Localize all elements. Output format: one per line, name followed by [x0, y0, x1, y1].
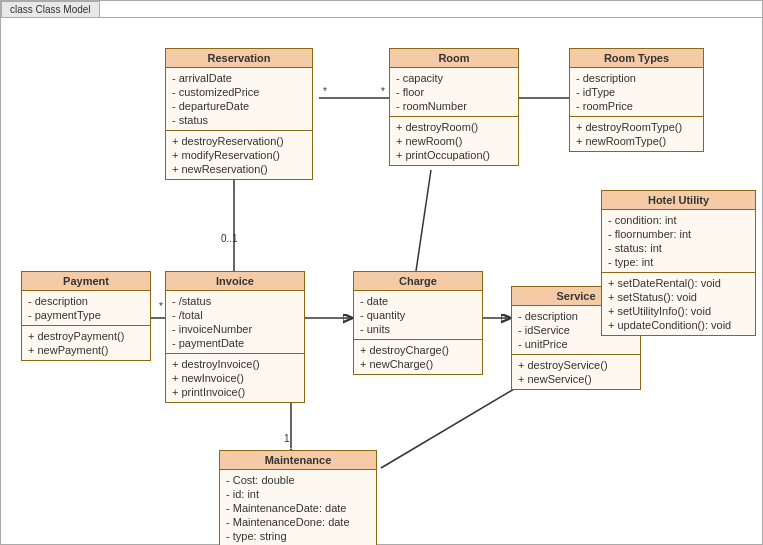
- class-roomtypes-attrs: description idType roomPrice: [570, 68, 703, 117]
- diagram-tab[interactable]: class Class Model: [1, 1, 100, 17]
- class-room-methods: destroyRoom() newRoom() printOccupation(…: [390, 117, 518, 165]
- class-payment: Payment description paymentType destroyP…: [21, 271, 151, 361]
- class-room-attrs: capacity floor roomNumber: [390, 68, 518, 117]
- class-hotelutility-header: Hotel Utility: [602, 191, 755, 210]
- class-maintenance-header: Maintenance: [220, 451, 376, 470]
- class-invoice-methods: destroyInvoice() newInvoice() printInvoi…: [166, 354, 304, 402]
- class-hotelutility-methods: setDateRental(): void setStatus(): void …: [602, 273, 755, 335]
- mult-room-res2: *: [381, 86, 385, 97]
- class-payment-attrs: description paymentType: [22, 291, 150, 326]
- diagram-canvas: class Class Model: [0, 0, 763, 545]
- mult-0-1: 0..1: [221, 233, 238, 244]
- class-maintenance: Maintenance Cost: double id: int Mainten…: [219, 450, 377, 545]
- class-service-methods: destroyService() newService(): [512, 355, 640, 389]
- class-charge-methods: destroyCharge() newCharge(): [354, 340, 482, 374]
- class-room: Room capacity floor roomNumber destroyRo…: [389, 48, 519, 166]
- mult-room-reservation: *: [323, 86, 327, 97]
- class-hotelutility: Hotel Utility condition: int floornumber…: [601, 190, 756, 336]
- tab-label: class Class Model: [10, 4, 91, 15]
- class-maintenance-attrs: Cost: double id: int MaintenanceDate: da…: [220, 470, 376, 545]
- class-roomtypes-methods: destroyRoomType() newRoomType(): [570, 117, 703, 151]
- svg-line-10: [416, 170, 431, 271]
- class-charge-header: Charge: [354, 272, 482, 291]
- class-reservation: Reservation arrivalDate customizedPrice …: [165, 48, 313, 180]
- class-payment-methods: destroyPayment() newPayment(): [22, 326, 150, 360]
- mult-invoice-payment: *: [159, 301, 163, 312]
- diagram-area: * * * 0..1 * * * * 1 1 1 Reservation arr…: [1, 17, 762, 544]
- class-invoice-attrs: /status /total invoiceNumber paymentDate: [166, 291, 304, 354]
- class-invoice: Invoice /status /total invoiceNumber pay…: [165, 271, 305, 403]
- mult-maint-1a: 1: [284, 433, 290, 444]
- class-roomtypes-header: Room Types: [570, 49, 703, 68]
- class-reservation-methods: destroyReservation() modifyReservation()…: [166, 131, 312, 179]
- class-invoice-header: Invoice: [166, 272, 304, 291]
- class-charge: Charge date quantity units destroyCharge…: [353, 271, 483, 375]
- class-reservation-header: Reservation: [166, 49, 312, 68]
- class-roomtypes: Room Types description idType roomPrice …: [569, 48, 704, 152]
- class-charge-attrs: date quantity units: [354, 291, 482, 340]
- class-reservation-attrs: arrivalDate customizedPrice departureDat…: [166, 68, 312, 131]
- class-hotelutility-attrs: condition: int floornumber: int status: …: [602, 210, 755, 273]
- class-room-header: Room: [390, 49, 518, 68]
- class-payment-header: Payment: [22, 272, 150, 291]
